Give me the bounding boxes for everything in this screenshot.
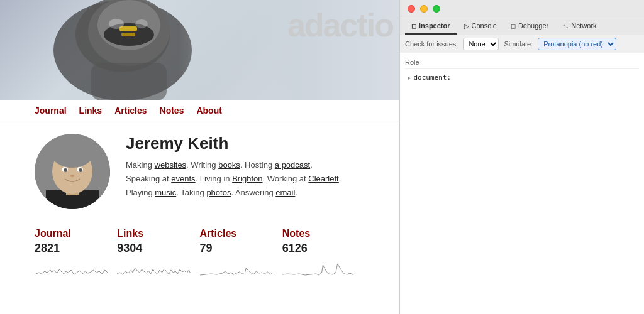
- svg-point-20: [64, 168, 67, 172]
- banner-image: adactio: [0, 0, 399, 100]
- tab-console[interactable]: ▷ Console: [458, 18, 503, 35]
- bio-podcast-link[interactable]: a podcast: [275, 160, 310, 170]
- nav-articles[interactable]: Articles: [114, 106, 147, 116]
- bio-books-link[interactable]: books: [218, 160, 240, 170]
- traffic-light-yellow[interactable]: [420, 5, 428, 13]
- inspector-icon: ◻: [411, 23, 416, 30]
- bio-websites-link[interactable]: websites: [155, 160, 187, 170]
- stat-notes-count: 6126: [282, 242, 355, 255]
- bio-photos-link[interactable]: photos: [206, 188, 231, 197]
- stat-articles: Articles 79: [200, 228, 282, 280]
- tab-network[interactable]: ↑↓ Network: [556, 18, 602, 35]
- profile-name: Jeremy Keith: [126, 134, 341, 153]
- profile-bio: Making websites. Writing books. Hosting …: [126, 158, 341, 200]
- nav-notes[interactable]: Notes: [160, 106, 184, 116]
- avatar-image: [35, 134, 110, 209]
- site-main-content: Jeremy Keith Making websites. Writing bo…: [0, 121, 399, 293]
- stat-journal-title: Journal: [35, 228, 108, 239]
- svg-rect-5: [119, 26, 137, 31]
- avatar: [35, 134, 110, 209]
- bio-brighton-link[interactable]: Brighton: [232, 174, 262, 183]
- devtools-titlebar: [400, 0, 644, 18]
- simulate-label: Simulate:: [504, 40, 533, 48]
- site-navigation: Journal Links Articles Notes About: [0, 100, 399, 121]
- stat-articles-sparkline: [200, 259, 273, 278]
- simulate-select[interactable]: Protanopia (no red): [538, 38, 616, 50]
- tab-inspector[interactable]: ◻ Inspector: [405, 18, 457, 35]
- stat-links-title: Links: [117, 228, 190, 239]
- profile-section: Jeremy Keith Making websites. Writing bo…: [35, 134, 365, 209]
- svg-point-21: [79, 168, 82, 172]
- stats-section: Journal 2821 Links 9304 Articles 79: [35, 228, 365, 280]
- svg-point-8: [135, 19, 148, 28]
- traffic-light-red[interactable]: [408, 5, 415, 13]
- bio-music-link[interactable]: music: [155, 188, 176, 197]
- bio-events-link[interactable]: events: [171, 174, 195, 183]
- devtools-content: Role ▶ document:: [400, 53, 644, 314]
- nav-links[interactable]: Links: [79, 106, 103, 116]
- svg-rect-6: [121, 33, 135, 36]
- site-banner: adactio: [0, 0, 399, 100]
- role-header: Role: [405, 56, 639, 69]
- devtools-tabs: ◻ Inspector ▷ Console ◻ Debugger ↑↓ Netw…: [400, 18, 644, 35]
- tab-debugger[interactable]: ◻ Debugger: [504, 18, 555, 35]
- stat-notes-sparkline: [282, 259, 355, 278]
- traffic-light-green[interactable]: [433, 5, 440, 13]
- network-icon: ↑↓: [562, 23, 569, 30]
- website-panel: adactio Journal Links Articles Notes Abo…: [0, 0, 399, 314]
- tree-arrow-icon: ▶: [408, 75, 411, 81]
- stat-links: Links 9304: [117, 228, 199, 280]
- tab-debugger-label: Debugger: [518, 22, 548, 30]
- stat-notes-title: Notes: [282, 228, 355, 239]
- tree-document[interactable]: ▶ document:: [405, 72, 639, 84]
- debugger-icon: ◻: [511, 23, 516, 30]
- bio-email-link[interactable]: email: [275, 188, 295, 197]
- check-issues-label: Check for issues:: [405, 40, 458, 48]
- stat-journal-sparkline: [35, 259, 108, 278]
- bio-clearleft-link[interactable]: Clearleft: [308, 174, 338, 183]
- console-icon: ▷: [464, 23, 469, 30]
- stat-journal: Journal 2821: [35, 228, 117, 280]
- tree-document-label: document:: [413, 73, 451, 82]
- tab-console-label: Console: [472, 22, 497, 30]
- stat-links-sparkline: [117, 259, 190, 278]
- stat-articles-title: Articles: [200, 228, 273, 239]
- site-logo: adactio: [287, 6, 393, 44]
- tab-network-label: Network: [571, 22, 596, 30]
- nav-about[interactable]: About: [196, 106, 221, 116]
- devtools-toolbar: Check for issues: None Simulate: Protano…: [400, 35, 644, 53]
- stat-journal-count: 2821: [35, 242, 108, 255]
- check-issues-select[interactable]: None: [463, 38, 499, 50]
- svg-rect-17: [51, 151, 94, 161]
- tab-inspector-label: Inspector: [419, 22, 450, 30]
- stat-links-count: 9304: [117, 242, 190, 255]
- devtools-panel: ◻ Inspector ▷ Console ◻ Debugger ↑↓ Netw…: [399, 0, 644, 314]
- svg-point-7: [109, 19, 124, 29]
- profile-info: Jeremy Keith Making websites. Writing bo…: [126, 134, 341, 200]
- nav-journal[interactable]: Journal: [35, 106, 67, 116]
- stat-articles-count: 79: [200, 242, 273, 255]
- stat-notes: Notes 6126: [282, 228, 365, 280]
- svg-rect-9: [91, 63, 167, 100]
- svg-point-22: [70, 175, 74, 177]
